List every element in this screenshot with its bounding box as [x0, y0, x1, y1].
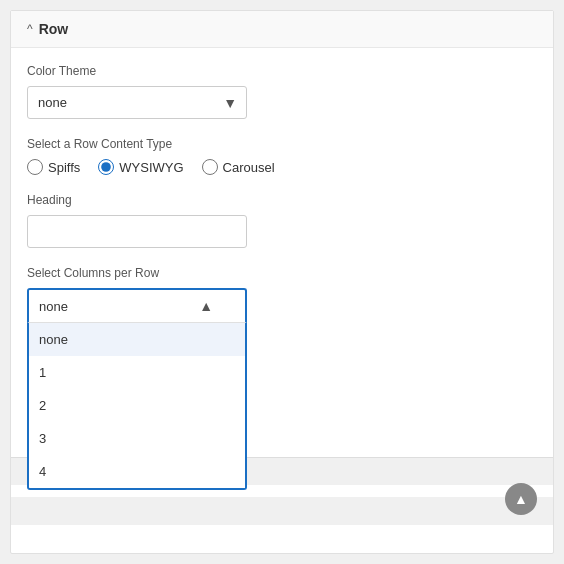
columns-select-box[interactable]: none ▲	[27, 288, 247, 322]
scroll-to-top-icon: ▲	[514, 491, 528, 507]
radio-spiffs-label[interactable]: Spiffs	[48, 160, 80, 175]
heading-label: Heading	[27, 193, 537, 207]
section-title: Row	[39, 21, 69, 37]
columns-per-row-label: Select Columns per Row	[27, 266, 537, 280]
scroll-to-top-button[interactable]: ▲	[505, 483, 537, 515]
color-theme-group: Color Theme none ▼	[27, 64, 537, 119]
color-theme-label: Color Theme	[27, 64, 537, 78]
columns-dropdown-list: none 1 2 3 4	[27, 322, 247, 490]
dropdown-item-3[interactable]: 3	[29, 422, 245, 455]
section-header[interactable]: ^ Row	[11, 11, 553, 48]
dropdown-item-1[interactable]: 1	[29, 356, 245, 389]
dropdown-item-2[interactable]: 2	[29, 389, 245, 422]
color-theme-select[interactable]: none	[27, 86, 247, 119]
radio-wysiwyg-label[interactable]: WYSIWYG	[119, 160, 183, 175]
heading-input[interactable]	[27, 215, 247, 248]
section-body: Color Theme none ▼ Select a Row Content …	[11, 48, 553, 356]
radio-carousel[interactable]	[202, 159, 218, 175]
row-content-type-group: Select a Row Content Type Spiffs WYSIWYG…	[27, 137, 537, 175]
radio-item-carousel[interactable]: Carousel	[202, 159, 275, 175]
panel: ^ Row Color Theme none ▼ Select a Row Co…	[10, 10, 554, 554]
radio-carousel-label[interactable]: Carousel	[223, 160, 275, 175]
bottom-strip-2	[11, 497, 553, 525]
columns-arrow-up-icon: ▲	[199, 298, 213, 314]
radio-spiffs[interactable]	[27, 159, 43, 175]
radio-wysiwyg[interactable]	[98, 159, 114, 175]
columns-per-row-group: Select Columns per Row none ▲ none 1 2 3…	[27, 266, 537, 322]
row-content-type-label: Select a Row Content Type	[27, 137, 537, 151]
columns-per-row-select-wrapper[interactable]: none ▲ none 1 2 3 4	[27, 288, 247, 322]
dropdown-item-none[interactable]: none	[29, 323, 245, 356]
page-wrapper: ^ Row Color Theme none ▼ Select a Row Co…	[0, 0, 564, 564]
radio-item-wysiwyg[interactable]: WYSIWYG	[98, 159, 183, 175]
heading-group: Heading	[27, 193, 537, 248]
color-theme-select-wrapper: none ▼	[27, 86, 247, 119]
radio-item-spiffs[interactable]: Spiffs	[27, 159, 80, 175]
collapse-icon: ^	[27, 22, 33, 36]
columns-selected-value: none	[39, 299, 68, 314]
radio-group: Spiffs WYSIWYG Carousel	[27, 159, 537, 175]
dropdown-item-4[interactable]: 4	[29, 455, 245, 488]
